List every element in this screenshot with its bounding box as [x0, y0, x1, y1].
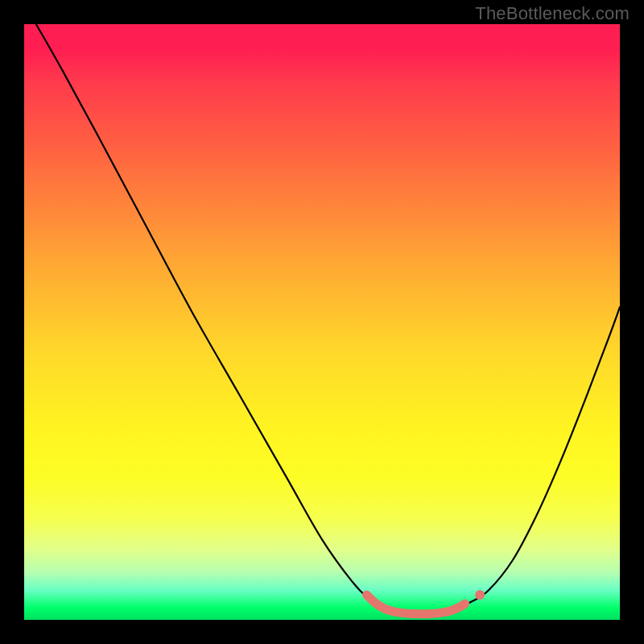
plot-area — [24, 24, 620, 620]
chart-container: TheBottleneck.com — [0, 0, 644, 644]
gradient-background — [24, 24, 620, 620]
watermark-text: TheBottleneck.com — [475, 3, 630, 24]
